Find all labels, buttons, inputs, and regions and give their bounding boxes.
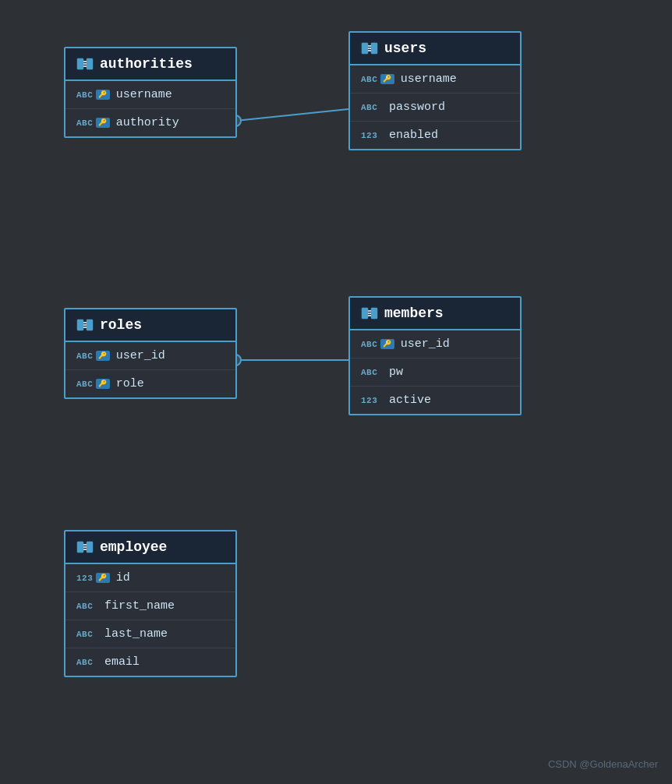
table-row: ABC pw bbox=[350, 358, 520, 387]
table-row: ABC🔑 username bbox=[350, 65, 520, 94]
svg-rect-15 bbox=[87, 320, 93, 330]
table-icon-members bbox=[361, 306, 378, 320]
table-body-authorities: ABC🔑 username ABC🔑 authority bbox=[65, 81, 235, 136]
table-header-members: members bbox=[350, 298, 520, 330]
field-name: active bbox=[389, 394, 431, 407]
table-header-authorities: authorities bbox=[65, 48, 235, 81]
pk-icon: 🔑 bbox=[96, 573, 110, 583]
table-icon-authorities bbox=[76, 57, 94, 71]
table-body-members: ABC🔑 user_id ABC pw 123 active bbox=[350, 330, 520, 414]
pk-icon: 🔑 bbox=[96, 90, 110, 100]
field-name: role bbox=[116, 377, 144, 390]
field-type-123: 123 bbox=[361, 131, 383, 140]
field-type-abc: ABC🔑 bbox=[76, 351, 110, 361]
field-name: enabled bbox=[389, 129, 438, 142]
table-row: ABC🔑 user_id bbox=[350, 330, 520, 358]
table-title-roles: roles bbox=[100, 317, 142, 333]
field-type-abc-plain: ABC bbox=[76, 602, 98, 611]
table-header-users: users bbox=[350, 33, 520, 65]
table-row: 123🔑 id bbox=[65, 564, 235, 592]
table-row: 123 active bbox=[350, 387, 520, 414]
pk-icon: 🔑 bbox=[96, 351, 110, 361]
table-body-employee: 123🔑 id ABC first_name ABC last_name ABC… bbox=[65, 564, 235, 676]
table-row: 123 enabled bbox=[350, 122, 520, 149]
table-icon-roles bbox=[76, 318, 94, 332]
field-name: first_name bbox=[104, 599, 175, 613]
field-type-abc-plain: ABC bbox=[76, 658, 98, 667]
pk-icon: 🔑 bbox=[96, 118, 110, 128]
field-name: email bbox=[104, 655, 140, 669]
svg-rect-14 bbox=[77, 320, 83, 330]
field-name: id bbox=[116, 571, 130, 584]
field-type-abc: ABC🔑 bbox=[361, 74, 394, 84]
table-row: ABC password bbox=[350, 94, 520, 122]
table-members[interactable]: members ABC🔑 user_id ABC pw 123 active bbox=[348, 296, 522, 415]
table-row: ABC🔑 user_id bbox=[65, 342, 235, 370]
svg-rect-25 bbox=[87, 542, 93, 553]
table-title-users: users bbox=[384, 41, 426, 56]
table-roles[interactable]: roles ABC🔑 user_id ABC🔑 role bbox=[64, 308, 237, 399]
field-type-abc-plain: ABC bbox=[76, 630, 98, 639]
pk-icon: 🔑 bbox=[380, 74, 394, 84]
field-name: user_id bbox=[116, 349, 165, 362]
table-row: ABC🔑 authority bbox=[65, 109, 235, 136]
field-name: authority bbox=[116, 116, 179, 129]
pk-icon: 🔑 bbox=[380, 339, 394, 349]
field-type-abc: ABC🔑 bbox=[361, 339, 394, 349]
svg-line-0 bbox=[235, 109, 348, 121]
svg-rect-10 bbox=[371, 43, 377, 54]
table-title-employee: employee bbox=[100, 539, 167, 555]
field-name: last_name bbox=[104, 627, 168, 641]
field-type-abc: ABC🔑 bbox=[76, 90, 110, 100]
table-row: ABC last_name bbox=[65, 620, 235, 648]
svg-rect-5 bbox=[87, 58, 93, 69]
field-type-123: 123 bbox=[361, 396, 383, 405]
table-header-employee: employee bbox=[65, 531, 235, 564]
table-body-roles: ABC🔑 user_id ABC🔑 role bbox=[65, 342, 235, 397]
table-icon-users bbox=[361, 41, 378, 55]
table-row: ABC first_name bbox=[65, 592, 235, 620]
table-users[interactable]: users ABC🔑 username ABC password 123 ena… bbox=[348, 31, 522, 150]
svg-rect-4 bbox=[77, 58, 83, 69]
field-type-abc-plain: ABC bbox=[361, 103, 383, 112]
field-name: password bbox=[389, 101, 445, 114]
watermark: CSDN @GoldenaArcher bbox=[548, 758, 658, 770]
table-employee[interactable]: employee 123🔑 id ABC first_name ABC last… bbox=[64, 530, 237, 677]
svg-rect-24 bbox=[77, 542, 83, 553]
table-icon-employee bbox=[76, 540, 94, 554]
table-header-roles: roles bbox=[65, 309, 235, 342]
table-row: ABC🔑 username bbox=[65, 81, 235, 109]
field-type-abc: ABC🔑 bbox=[76, 379, 110, 389]
table-row: ABC🔑 role bbox=[65, 370, 235, 397]
pk-icon: 🔑 bbox=[96, 379, 110, 389]
table-title-members: members bbox=[384, 305, 444, 321]
field-name: user_id bbox=[401, 337, 450, 351]
field-name: username bbox=[116, 88, 172, 101]
table-title-authorities: authorities bbox=[100, 56, 193, 72]
svg-rect-9 bbox=[362, 43, 368, 54]
field-name: pw bbox=[389, 366, 403, 379]
diagram-canvas: authorities ABC🔑 username ABC🔑 authority bbox=[0, 0, 672, 784]
field-type-abc: ABC🔑 bbox=[76, 118, 110, 128]
field-name: username bbox=[401, 72, 457, 86]
table-row: ABC email bbox=[65, 648, 235, 676]
svg-rect-20 bbox=[371, 308, 377, 319]
table-authorities[interactable]: authorities ABC🔑 username ABC🔑 authority bbox=[64, 47, 237, 138]
field-type-123: 123🔑 bbox=[76, 573, 110, 583]
table-body-users: ABC🔑 username ABC password 123 enabled bbox=[350, 65, 520, 149]
svg-rect-19 bbox=[362, 308, 368, 319]
field-type-abc-plain: ABC bbox=[361, 368, 383, 377]
